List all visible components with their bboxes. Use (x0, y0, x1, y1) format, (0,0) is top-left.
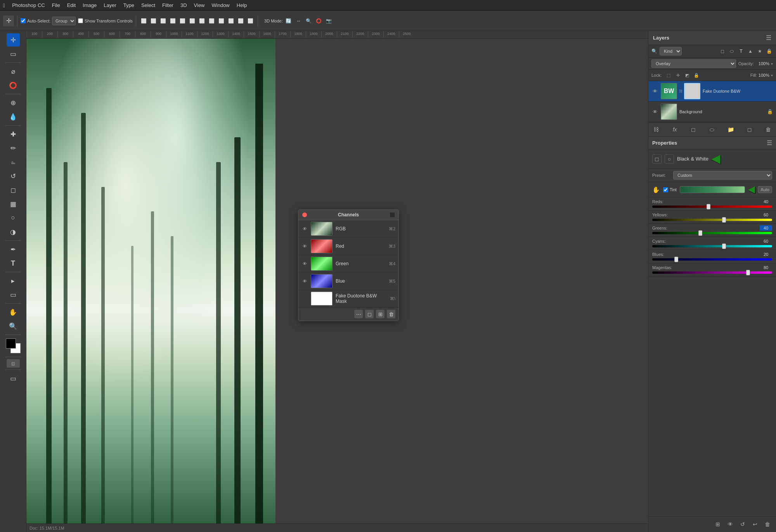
history-brush-tool-button[interactable]: ↺ (7, 169, 20, 183)
move-tool-icon[interactable]: ✛ (3, 16, 14, 26)
magentas-slider-track[interactable] (652, 271, 772, 274)
filter-pixel-icon[interactable]: ◻ (719, 47, 726, 55)
properties-circle-icon[interactable]: ○ (665, 154, 674, 164)
opacity-chevron-icon[interactable]: ▾ (771, 62, 773, 66)
menu-view[interactable]: View (191, 2, 208, 9)
eraser-tool-button[interactable]: ◻ (7, 183, 20, 197)
properties-menu-icon[interactable]: ☰ (767, 139, 772, 147)
lock-artboard-icon[interactable]: ◩ (683, 71, 691, 79)
foreground-color-swatch[interactable] (6, 339, 16, 349)
blur-tool-button[interactable]: ○ (7, 211, 20, 225)
channels-scroll-button[interactable] (390, 212, 395, 217)
new-layer-icon[interactable]: ◻ (745, 125, 754, 134)
healing-brush-tool-button[interactable]: ✚ (7, 128, 20, 141)
shape-tool-button[interactable]: ▭ (7, 288, 20, 301)
eyedropper-tool-button[interactable]: 💧 (7, 110, 20, 123)
align-left-icon[interactable]: ⬜ (139, 17, 148, 25)
channel-row-blue[interactable]: 👁 Blue ⌘5 (298, 273, 398, 290)
blues-slider-thumb[interactable] (674, 257, 678, 262)
properties-clip-icon[interactable]: ⊞ (713, 520, 722, 529)
auto-button[interactable]: Auto (758, 186, 772, 193)
align-bottom-icon[interactable]: ⬜ (188, 17, 196, 25)
properties-undo-icon[interactable]: ↺ (738, 520, 747, 529)
distribute-h-icon[interactable]: ⬜ (197, 17, 206, 25)
color-swatch[interactable] (6, 339, 21, 353)
lasso-tool-button[interactable]: ⌀ (7, 65, 20, 78)
channel-eye-red[interactable]: 👁 (301, 243, 308, 249)
auto-select-type-select[interactable]: Group (52, 17, 76, 25)
move-tool-button[interactable]: ✛ (7, 33, 20, 47)
channel-row-rgb[interactable]: 👁 RGB ⌘2 (298, 220, 398, 238)
distribute-spacing-h-icon[interactable]: ⬜ (236, 17, 245, 25)
add-layer-style-icon[interactable]: fx (670, 125, 679, 134)
cyans-slider-thumb[interactable] (722, 244, 726, 249)
tint-checkbox[interactable] (663, 187, 668, 192)
add-mask-icon[interactable]: ◻ (689, 125, 698, 134)
hand-tool-button[interactable]: ✋ (7, 306, 20, 319)
tint-color-bar[interactable] (680, 186, 745, 193)
quick-mask-button[interactable]: ◫ (7, 359, 20, 368)
filter-lock-icon[interactable]: 🔒 (765, 47, 773, 55)
show-transform-checkbox[interactable] (78, 18, 83, 23)
layer-item-background[interactable]: 👁 Background 🔒 (648, 102, 776, 122)
filter-type-icon[interactable]: T (737, 47, 745, 55)
menu-edit[interactable]: Edit (64, 2, 79, 9)
reds-slider-thumb[interactable] (707, 204, 710, 209)
gradient-tool-button[interactable]: ▦ (7, 197, 20, 211)
crop-tool-button[interactable]: ⊕ (7, 96, 20, 109)
3d-zoom-icon[interactable]: 🔍 (305, 17, 313, 25)
align-center-h-icon[interactable]: ⬜ (149, 17, 158, 25)
properties-pixel-icon[interactable]: ◻ (652, 154, 662, 164)
3d-orbit-icon[interactable]: ⭕ (315, 17, 323, 25)
menu-photoshop[interactable]: Photoshop CC (9, 2, 48, 9)
channel-eye-green[interactable]: 👁 (301, 261, 308, 267)
channels-close-button[interactable] (302, 212, 307, 217)
filter-smart-icon[interactable]: ★ (756, 47, 764, 55)
3d-dolly-icon[interactable]: 📷 (325, 17, 333, 25)
filter-adjustment-icon[interactable]: ⬭ (728, 47, 736, 55)
marquee-tool-button[interactable]: ▭ (7, 47, 20, 60)
menu-3d[interactable]: 3D (177, 2, 190, 9)
link-layers-icon[interactable]: ⛓ (651, 125, 661, 134)
filter-shape-icon[interactable]: ▲ (747, 47, 754, 55)
yellows-slider-thumb[interactable] (722, 217, 726, 223)
reds-slider-track[interactable] (652, 206, 772, 208)
distribute-v-icon[interactable]: ⬜ (207, 17, 216, 25)
layers-menu-icon[interactable]: ☰ (766, 34, 771, 41)
lock-pixels-icon[interactable]: ⬚ (665, 71, 672, 79)
channel-delete-icon[interactable]: 🗑 (387, 310, 395, 318)
new-fill-adjustment-icon[interactable]: ⬭ (707, 125, 717, 134)
channel-row-green[interactable]: 👁 Green ⌘4 (298, 255, 398, 273)
menu-file[interactable]: File (49, 2, 63, 9)
artboard-tool-button[interactable]: ▭ (7, 372, 20, 385)
menu-layer[interactable]: Layer (100, 2, 120, 9)
distribute-center-v-icon[interactable]: ⬜ (227, 17, 235, 25)
blues-slider-track[interactable] (652, 258, 772, 261)
layers-filter-select[interactable]: Kind (660, 47, 682, 55)
properties-reset-icon[interactable]: ↩ (750, 520, 760, 529)
type-tool-button[interactable]: T (7, 257, 20, 270)
quick-selection-tool-button[interactable]: ⭕ (7, 79, 20, 92)
properties-view-icon[interactable]: 👁 (726, 520, 735, 529)
clone-stamp-tool-button[interactable]: ⎁ (7, 155, 20, 169)
path-selection-tool-button[interactable]: ▸ (7, 274, 20, 287)
properties-delete-icon[interactable]: 🗑 (763, 520, 772, 529)
magentas-slider-thumb[interactable] (746, 270, 750, 275)
layer-item-fake-duotone[interactable]: 👁 BW ⛓ Fake Duotone B&W (648, 81, 776, 102)
fill-chevron-icon[interactable]: ▾ (771, 73, 773, 78)
menu-select[interactable]: Select (138, 2, 158, 9)
channel-save-icon[interactable]: ◻ (365, 310, 374, 318)
channel-row-mask[interactable]: Fake Duotone B&W Mask ⌘\ (298, 290, 398, 307)
yellows-slider-track[interactable] (652, 219, 772, 221)
blend-mode-select[interactable]: Overlay (651, 59, 736, 68)
menu-type[interactable]: Type (120, 2, 137, 9)
pen-tool-button[interactable]: ✒ (7, 243, 20, 256)
channel-eye-blue[interactable]: 👁 (301, 278, 308, 284)
align-right-icon[interactable]: ⬜ (159, 17, 167, 25)
brush-tool-button[interactable]: ✏ (7, 142, 20, 155)
menu-image[interactable]: Image (80, 2, 100, 9)
channel-eye-rgb[interactable]: 👁 (301, 226, 308, 232)
channel-dotted-circle-icon[interactable]: ⋯ (354, 310, 363, 318)
tint-hand-icon[interactable]: ✋ (652, 186, 660, 193)
menu-help[interactable]: Help (234, 2, 250, 9)
